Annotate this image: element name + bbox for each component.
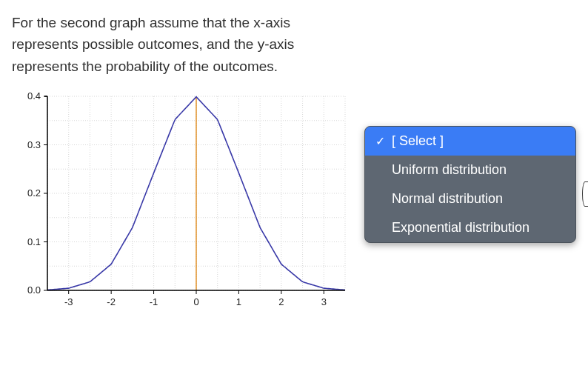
svg-text:0.4: 0.4 <box>27 90 41 101</box>
svg-text:3: 3 <box>321 296 327 307</box>
distribution-chart: 0.00.10.20.30.4-3-2-10123 <box>12 90 353 313</box>
dropdown-option-label: [ Select ] <box>392 133 565 149</box>
svg-text:0: 0 <box>193 296 198 307</box>
chart-container: 0.00.10.20.30.4-3-2-10123 <box>12 90 353 313</box>
svg-text:-1: -1 <box>150 296 158 307</box>
question-text: For the second graph assume that the x-a… <box>12 12 338 77</box>
svg-text:-3: -3 <box>64 296 73 307</box>
svg-text:0.0: 0.0 <box>27 284 41 296</box>
svg-text:-2: -2 <box>107 296 116 307</box>
content-row: 0.00.10.20.30.4-3-2-10123 ✓ [ Select ] U… <box>12 90 576 313</box>
svg-text:1: 1 <box>236 296 241 307</box>
dropdown-option-label: Uniform distribution <box>392 162 565 178</box>
svg-text:0.2: 0.2 <box>27 187 41 199</box>
svg-text:2: 2 <box>278 296 284 307</box>
svg-text:0.1: 0.1 <box>27 236 41 247</box>
dropdown-option-label: Normal distribution <box>392 191 565 207</box>
dropdown-option-select[interactable]: ✓ [ Select ] <box>365 127 575 156</box>
dropdown-option-normal[interactable]: Normal distribution <box>365 184 575 213</box>
cutoff-indicator-icon <box>582 181 588 207</box>
dropdown-option-uniform[interactable]: Uniform distribution <box>365 156 575 184</box>
dropdown-option-label: Exponential distribution <box>392 220 565 236</box>
check-icon: ✓ <box>374 134 386 148</box>
dropdown-option-exponential[interactable]: Exponential distribution <box>365 213 575 242</box>
answer-dropdown[interactable]: ✓ [ Select ] Uniform distribution Normal… <box>364 126 576 243</box>
svg-text:0.3: 0.3 <box>27 139 41 150</box>
